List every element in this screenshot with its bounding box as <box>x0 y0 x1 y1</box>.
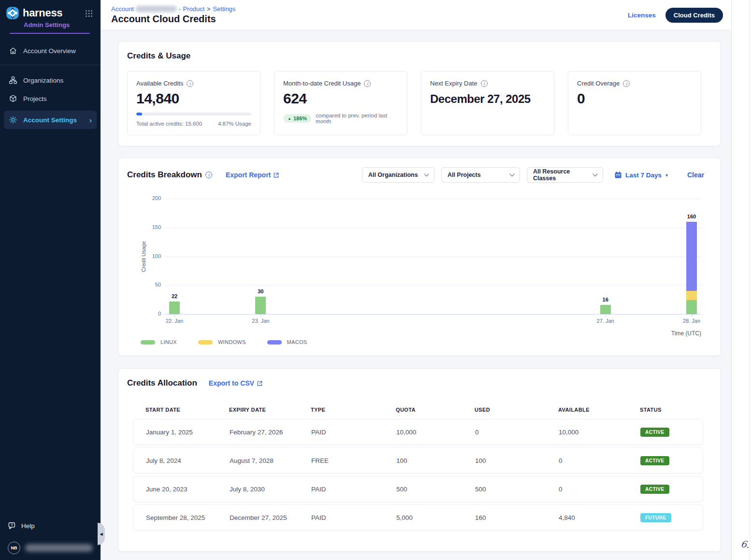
calendar-icon <box>614 171 622 179</box>
cell-expiry-date: August 7, 2028 <box>230 457 311 464</box>
total-active-credits: Total active credits: 15,600 <box>136 121 202 127</box>
column-header: AVAILABLE <box>558 407 640 413</box>
stat-cards-row: Available Credits i 14,840 Total active … <box>127 71 712 135</box>
cell-available: 4,840 <box>559 514 640 521</box>
help-label: Help <box>21 522 35 530</box>
stray-annotation-mark: 6. <box>740 538 751 550</box>
credit-overage-card: Credit Overage i 0 <box>568 71 701 135</box>
cell-quota: 500 <box>396 486 475 493</box>
projects-cube-icon <box>9 94 17 103</box>
bar-segment-linux[interactable] <box>255 297 266 314</box>
stat-label: Month-to-date Credit Usage <box>283 80 361 87</box>
main: Account - Product > Settings Account Clo… <box>101 0 752 560</box>
info-icon[interactable]: i <box>205 172 212 178</box>
bar-value-label: 160 <box>677 214 706 219</box>
x-tick-mark <box>692 315 692 317</box>
cell-quota: 10,000 <box>396 429 475 436</box>
sidebar-item-projects[interactable]: Projects <box>0 89 101 108</box>
info-icon[interactable]: i <box>364 80 371 87</box>
module-grid-icon[interactable] <box>85 10 93 17</box>
cell-start-date: January 1, 2025 <box>146 429 230 436</box>
external-link-icon <box>273 172 279 178</box>
scrollbar-track[interactable] <box>731 0 752 560</box>
bar-segment-macos[interactable] <box>686 222 697 291</box>
export-report-link[interactable]: Export Report <box>226 171 279 179</box>
legend-label: WINDOWS <box>218 339 246 345</box>
bar-segment-linux[interactable] <box>600 305 611 314</box>
info-icon[interactable]: i <box>623 80 630 87</box>
bar-value-label: 22 <box>160 293 189 299</box>
organizations-select[interactable]: All Organizations <box>362 167 434 183</box>
sidebar-item-organizations[interactable]: Organizations <box>0 71 101 89</box>
legend-swatch <box>198 340 213 345</box>
licenses-link[interactable]: Licenses <box>628 12 656 19</box>
legend-item-windows[interactable]: WINDOWS <box>198 339 246 345</box>
sidebar-item-label: Account Settings <box>23 116 77 124</box>
sidebar: harness Admin Settings Account Overv <box>0 0 101 560</box>
x-tick-mark <box>606 315 606 317</box>
y-gridline <box>165 199 701 199</box>
export-csv-link[interactable]: Export to CSV <box>209 379 263 387</box>
bar-value-label: 30 <box>246 288 275 294</box>
page: harness Admin Settings Account Overv <box>0 0 752 560</box>
breadcrumb: Account - Product > Settings <box>111 5 235 13</box>
avatar[interactable]: NB <box>8 542 20 554</box>
user-row[interactable]: NB <box>8 542 93 554</box>
legend-item-linux[interactable]: LINUX <box>141 339 177 345</box>
legend-item-macos[interactable]: MACOS <box>267 339 307 345</box>
next-expiry-card: Next Expiry Date i December 27, 2025 <box>421 71 554 135</box>
column-header: STATUS <box>640 407 703 413</box>
table-row[interactable]: January 1, 2025February 27, 2026PAID10,0… <box>133 419 703 445</box>
resource-classes-select[interactable]: All Resource Classes <box>527 167 603 183</box>
breadcrumb-separator: > <box>207 6 210 13</box>
bar-segment-windows[interactable] <box>686 291 697 300</box>
stat-label: Credit Overage <box>577 80 620 87</box>
credits-usage-section: Credits & Usage Available Credits i 14,8… <box>118 41 721 146</box>
cell-used: 0 <box>475 429 559 436</box>
credits-breakdown-section: Credits Breakdown i Export Report All Or… <box>118 158 721 356</box>
clear-filters-link[interactable]: Clear <box>687 171 704 179</box>
table-row[interactable]: June 20, 2023July 8, 2030PAID5005000ACTI… <box>133 476 703 502</box>
legend-swatch <box>141 340 155 345</box>
y-gridline <box>165 314 701 315</box>
cell-type: PAID <box>311 486 396 493</box>
sidebar-item-account-settings[interactable]: Account Settings › <box>4 111 97 129</box>
date-range-filter[interactable]: Last 7 Days ▾ <box>614 171 668 179</box>
breadcrumb-settings-link[interactable]: Settings <box>213 5 235 13</box>
status-badge: ACTIVE <box>640 456 669 465</box>
projects-select[interactable]: All Projects <box>441 167 520 183</box>
sidebar-item-account-overview[interactable]: Account Overview <box>0 42 101 60</box>
delta-note: compared to prev. period last month <box>316 113 398 124</box>
sidebar-nav: Account Overview Organizations <box>0 34 101 129</box>
brand-underline <box>10 33 90 34</box>
header-right: Licenses Cloud Credits <box>628 8 723 23</box>
cell-available: 0 <box>559 457 640 464</box>
cloud-credits-button[interactable]: Cloud Credits <box>665 8 723 23</box>
info-icon[interactable]: i <box>187 80 193 87</box>
x-tick-mark <box>260 315 261 317</box>
breadcrumb-account-link[interactable]: Account - Product <box>111 5 204 13</box>
table-row[interactable]: September 28, 2025December 27, 2025PAID5… <box>133 504 703 531</box>
allocation-table: START DATEEXPIRY DATETYPEQUOTAUSEDAVAILA… <box>133 407 703 531</box>
cell-expiry-date: July 8, 2030 <box>230 486 311 493</box>
column-header: TYPE <box>311 407 396 413</box>
table-row[interactable]: July 8, 2024August 7, 2028FREE1001000ACT… <box>133 447 703 474</box>
info-icon[interactable]: i <box>481 80 488 87</box>
cell-used: 160 <box>475 514 559 521</box>
credit-usage-chart: Credit Usage Time (UTC) 2001501005002222… <box>127 189 712 338</box>
status-badge: FUTURE <box>640 513 671 522</box>
cell-expiry-date: December 27, 2025 <box>230 514 311 521</box>
brand: harness Admin Settings <box>0 0 101 34</box>
cell-start-date: June 20, 2023 <box>146 486 230 493</box>
bar-segment-linux[interactable] <box>686 300 697 314</box>
stat-label: Available Credits <box>136 80 183 87</box>
help-button[interactable]: ? Help <box>8 521 93 530</box>
x-tick-mark <box>174 315 175 317</box>
credits-allocation-section: Credits Allocation Export to CSV START D… <box>118 368 721 552</box>
admin-settings-label: Admin Settings <box>24 21 94 29</box>
available-credits-card: Available Credits i 14,840 Total active … <box>127 71 260 135</box>
chevron-right-icon: › <box>89 116 92 124</box>
bar-segment-linux[interactable] <box>169 302 180 314</box>
column-header: START DATE <box>145 407 229 413</box>
delta-badge: ▲ 186% <box>283 114 311 123</box>
